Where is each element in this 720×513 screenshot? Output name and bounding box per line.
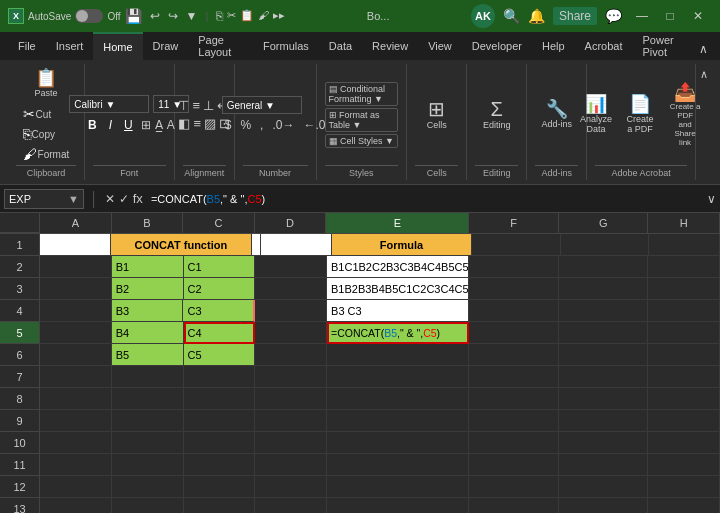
cell-e6[interactable] bbox=[327, 344, 469, 366]
close-button[interactable]: ✕ bbox=[684, 2, 712, 30]
cell-h3[interactable] bbox=[648, 278, 720, 300]
cell-b3[interactable]: B2 bbox=[112, 278, 184, 300]
minimize-button[interactable]: — bbox=[628, 2, 656, 30]
conditional-formatting-button[interactable]: ▤ Conditional Formatting ▼ bbox=[325, 82, 399, 106]
cell-f6[interactable] bbox=[469, 344, 558, 366]
analyze-data-button[interactable]: 📊 AnalyzeData bbox=[576, 92, 616, 137]
cell-h7[interactable] bbox=[648, 366, 720, 388]
create-pdf-button[interactable]: 📄 Createa PDF bbox=[620, 92, 660, 137]
tab-formulas[interactable]: Formulas bbox=[253, 32, 319, 60]
cut-button[interactable]: ✂ Cut bbox=[19, 105, 74, 123]
bold-button[interactable]: B bbox=[84, 116, 101, 134]
tab-file[interactable]: File bbox=[8, 32, 46, 60]
tab-home[interactable]: Home bbox=[93, 32, 142, 60]
col-header-a[interactable]: A bbox=[40, 213, 112, 233]
more-icon[interactable]: ▼ bbox=[186, 9, 198, 23]
cell-d3[interactable] bbox=[255, 278, 327, 300]
col-header-e[interactable]: E bbox=[326, 213, 469, 233]
cell-h5[interactable] bbox=[648, 322, 720, 344]
percent-button[interactable]: % bbox=[237, 117, 254, 133]
tab-insert[interactable]: Insert bbox=[46, 32, 94, 60]
row-header-1[interactable]: 1 bbox=[0, 234, 40, 256]
currency-button[interactable]: $ bbox=[222, 117, 235, 133]
cell-c5[interactable]: C4 bbox=[184, 322, 256, 344]
cell-d5[interactable] bbox=[255, 322, 327, 344]
cell-e7[interactable] bbox=[327, 366, 469, 388]
cell-b1[interactable]: CONCAT function bbox=[111, 234, 252, 256]
cell-d6[interactable] bbox=[255, 344, 327, 366]
cell-h6[interactable] bbox=[648, 344, 720, 366]
insert-cells-button[interactable]: ⊞ Cells bbox=[417, 96, 457, 133]
redo-icon[interactable]: ↪ bbox=[168, 9, 178, 23]
format-icon[interactable]: 🖌 bbox=[258, 9, 269, 23]
align-center-button[interactable]: ≡ bbox=[193, 116, 201, 131]
row-header-13[interactable]: 13 bbox=[0, 498, 40, 513]
maximize-button[interactable]: □ bbox=[656, 2, 684, 30]
cell-c7[interactable] bbox=[184, 366, 256, 388]
bell-icon[interactable]: 🔔 bbox=[528, 8, 545, 24]
save-icon[interactable]: 💾 bbox=[125, 8, 142, 24]
row-header-10[interactable]: 10 bbox=[0, 432, 40, 454]
copy-button[interactable]: ⎘ Copy bbox=[19, 125, 74, 143]
autosave-toggle[interactable] bbox=[75, 9, 103, 23]
user-avatar[interactable]: AK bbox=[471, 4, 495, 28]
align-top-button[interactable]: ⊤ bbox=[178, 98, 189, 113]
cell-g2[interactable] bbox=[559, 256, 648, 278]
cell-d7[interactable] bbox=[255, 366, 327, 388]
tab-draw[interactable]: Draw bbox=[143, 32, 189, 60]
format-painter-button[interactable]: 🖌 Format bbox=[19, 145, 74, 163]
cell-g1[interactable] bbox=[561, 234, 649, 256]
copy-icon[interactable]: ⎘ bbox=[216, 9, 223, 23]
paste-icon[interactable]: 📋 bbox=[240, 9, 254, 23]
row-header-11[interactable]: 11 bbox=[0, 454, 40, 476]
more2-icon[interactable]: ▸▸ bbox=[273, 9, 285, 23]
increase-decimal-button[interactable]: .0→ bbox=[269, 117, 297, 133]
cell-g3[interactable] bbox=[559, 278, 648, 300]
cell-g7[interactable] bbox=[559, 366, 648, 388]
align-bottom-button[interactable]: ⊥ bbox=[203, 98, 214, 113]
row-header-7[interactable]: 7 bbox=[0, 366, 40, 388]
tab-review[interactable]: Review bbox=[362, 32, 418, 60]
cell-g4[interactable] bbox=[559, 300, 648, 322]
fill-color-button[interactable]: A̲ bbox=[155, 118, 163, 132]
cell-e2[interactable]: B1C1B2C2B3C3B4C4B5C5 bbox=[327, 256, 469, 278]
cell-e3[interactable]: B1B2B3B4B5C1C2C3C4C5 bbox=[327, 278, 469, 300]
cell-styles-button[interactable]: ▦ Cell Styles ▼ bbox=[325, 134, 399, 148]
cell-a4[interactable] bbox=[40, 300, 112, 322]
cell-a7[interactable] bbox=[40, 366, 112, 388]
formula-expand-button[interactable]: ∨ bbox=[707, 192, 716, 206]
cell-d4[interactable] bbox=[255, 300, 327, 322]
col-header-f[interactable]: F bbox=[469, 213, 558, 233]
cell-h4[interactable] bbox=[648, 300, 720, 322]
cell-a5[interactable] bbox=[40, 322, 112, 344]
tab-data[interactable]: Data bbox=[319, 32, 362, 60]
ribbon-collapse[interactable]: ∧ bbox=[695, 38, 712, 60]
share-icon[interactable]: Share bbox=[553, 7, 597, 25]
cell-h2[interactable] bbox=[648, 256, 720, 278]
row-header-8[interactable]: 8 bbox=[0, 388, 40, 410]
cell-c4[interactable]: C3 bbox=[183, 300, 255, 322]
number-format-dropdown[interactable]: General ▼ bbox=[222, 96, 302, 114]
col-header-g[interactable]: G bbox=[559, 213, 648, 233]
align-middle-button[interactable]: ≡ bbox=[192, 98, 200, 113]
cell-g6[interactable] bbox=[559, 344, 648, 366]
underline-button[interactable]: U bbox=[120, 116, 137, 134]
cell-c1[interactable] bbox=[252, 234, 261, 256]
row-header-3[interactable]: 3 bbox=[0, 278, 40, 300]
cell-a6[interactable] bbox=[40, 344, 112, 366]
cell-b7[interactable] bbox=[112, 366, 184, 388]
cell-e4[interactable]: B3 C3 bbox=[327, 300, 469, 322]
cell-c2[interactable]: C1 bbox=[184, 256, 256, 278]
comma-button[interactable]: , bbox=[257, 117, 266, 133]
cell-f5[interactable] bbox=[469, 322, 558, 344]
cell-c3[interactable]: C2 bbox=[184, 278, 256, 300]
cell-f1[interactable] bbox=[472, 234, 560, 256]
cell-a1[interactable] bbox=[40, 234, 111, 256]
col-header-c[interactable]: C bbox=[183, 213, 255, 233]
tab-page-layout[interactable]: Page Layout bbox=[188, 32, 253, 60]
cell-g5[interactable] bbox=[559, 322, 648, 344]
search-icon[interactable]: 🔍 bbox=[503, 8, 520, 24]
cell-f4[interactable] bbox=[469, 300, 558, 322]
insert-function-icon[interactable]: fx bbox=[133, 191, 143, 206]
cell-b6[interactable]: B5 bbox=[112, 344, 184, 366]
